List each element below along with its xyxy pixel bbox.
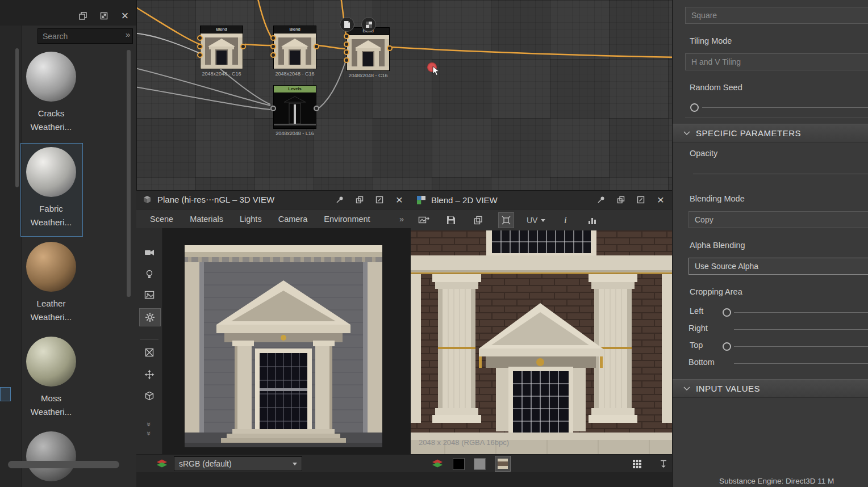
library-item-fabric[interactable]: Fabric Weatheri...: [22, 147, 81, 229]
material-sphere-thumbnail[interactable]: [26, 52, 76, 102]
search-options-chevron-icon[interactable]: »: [126, 30, 130, 39]
output-port[interactable]: [240, 44, 246, 49]
menu-environment[interactable]: Environment: [324, 215, 370, 224]
translate-gizmo-icon[interactable]: [139, 366, 160, 383]
transform-view-icon[interactable]: [498, 212, 514, 228]
dock-window-icon[interactable]: [77, 10, 89, 22]
menu-scene[interactable]: Scene: [150, 215, 173, 224]
output-port[interactable]: [314, 106, 319, 111]
blending-mode-dropdown[interactable]: Copy: [688, 211, 868, 228]
input-port[interactable]: [344, 41, 349, 47]
2d-viewport[interactable]: 2048 x 2048 (RGBA 16bpc): [411, 230, 672, 455]
checkerboard-badge-icon[interactable]: [361, 17, 376, 32]
alpha-blending-label: Alpha Blending: [690, 241, 745, 250]
material-sphere-thumbnail[interactable]: [26, 431, 76, 481]
color-channels-icon[interactable]: [431, 459, 444, 469]
graph-node-blend-1[interactable]: Blend 2048x2048 - C16: [200, 26, 243, 77]
save-icon[interactable]: [444, 213, 458, 228]
section-specific-parameters[interactable]: SPECIFIC PARAMETERS: [673, 124, 868, 142]
export-image-icon[interactable]: [416, 213, 431, 228]
graph-node-levels[interactable]: Levels 2048x2048 - L16: [273, 85, 316, 136]
cube-gizmo-icon[interactable]: [139, 388, 160, 405]
input-port[interactable]: [344, 49, 349, 55]
environment-image-icon[interactable]: [139, 287, 160, 304]
input-port[interactable]: [197, 35, 203, 41]
tiling-mode-field[interactable]: H and V Tiling: [685, 53, 868, 70]
light-bulb-icon[interactable]: [139, 266, 160, 283]
library-item-partial[interactable]: [22, 431, 81, 481]
opacity-slider-track[interactable]: [693, 174, 868, 174]
menu-overflow-chevron-icon[interactable]: »: [399, 215, 404, 224]
color-channels-icon[interactable]: [156, 459, 168, 469]
uv-display-icon[interactable]: [139, 344, 160, 361]
crop-right-slider-track[interactable]: [734, 329, 868, 330]
close-icon[interactable]: ×: [655, 194, 666, 205]
library-horizontal-scrollbar[interactable]: [8, 461, 119, 468]
3d-view-menubar: Scene Materials Lights Camera Environmen…: [136, 209, 411, 229]
material-sphere-thumbnail[interactable]: [26, 337, 76, 387]
input-port[interactable]: [197, 44, 203, 49]
crop-bottom-label: Bottom: [688, 358, 715, 367]
copy-icon[interactable]: [471, 213, 486, 228]
document-badge-icon[interactable]: [340, 17, 354, 32]
input-port[interactable]: [344, 33, 349, 39]
material-sphere-thumbnail[interactable]: [26, 242, 76, 292]
tree-scrollbar[interactable]: [15, 48, 19, 187]
menu-materials[interactable]: Materials: [190, 215, 223, 224]
library-item-moss[interactable]: Moss Weatheri...: [22, 337, 81, 419]
info-icon[interactable]: i: [558, 213, 573, 228]
output-shape-field[interactable]: Square: [685, 7, 868, 24]
output-port[interactable]: [387, 45, 393, 51]
close-icon[interactable]: ×: [394, 194, 405, 205]
display-settings-gear-icon[interactable]: [139, 308, 161, 326]
graph-node-blend-3[interactable]: Blend 2048x2048 - C16: [347, 27, 390, 78]
maximize-window-icon[interactable]: [98, 10, 110, 22]
2d-view-titlebar[interactable]: Blend – 2D VIEW ×: [411, 191, 672, 209]
input-port[interactable]: [270, 106, 276, 111]
maximize-icon[interactable]: [635, 194, 646, 205]
material-sphere-thumbnail[interactable]: [26, 147, 76, 197]
library-item-leather[interactable]: Leather Weatheri...: [22, 242, 81, 324]
3d-view-titlebar[interactable]: Plane (hi-res⋯nGL – 3D VIEW ×: [136, 191, 411, 209]
library-item-cracks[interactable]: Cracks Weatheri...: [22, 52, 81, 134]
checker-background-swatch[interactable]: [474, 458, 486, 470]
uv-mode-dropdown[interactable]: UV: [527, 216, 545, 225]
toolbar-expand-chevron-icon[interactable]: »: [139, 425, 160, 442]
crop-top-slider-track[interactable]: [734, 346, 868, 347]
crop-top-slider-knob[interactable]: [723, 342, 731, 351]
menu-lights[interactable]: Lights: [240, 215, 262, 224]
camera-icon[interactable]: [139, 244, 160, 261]
alpha-blending-dropdown[interactable]: Use Source Alpha: [688, 258, 868, 275]
search-input[interactable]: [37, 28, 133, 44]
texture-preview-toggle[interactable]: [495, 456, 511, 472]
random-seed-slider-knob[interactable]: [690, 103, 699, 112]
tiling-grid-icon[interactable]: [630, 456, 645, 471]
pin-icon[interactable]: [334, 194, 345, 205]
library-scrollbar[interactable]: [127, 50, 131, 297]
float-panel-icon[interactable]: [615, 194, 627, 205]
background-color-swatch[interactable]: [453, 458, 465, 470]
colorspace-dropdown[interactable]: sRGB (default): [174, 456, 302, 471]
input-port[interactable]: [197, 52, 203, 58]
pin-icon[interactable]: [595, 194, 607, 205]
3d-viewport[interactable]: » »: [136, 228, 411, 455]
input-port[interactable]: [270, 35, 276, 41]
crop-bottom-slider-track[interactable]: [734, 363, 868, 364]
section-input-values[interactable]: INPUT VALUES: [673, 379, 868, 398]
graph-node-blend-2[interactable]: Blend 2048x2048 - C16: [273, 26, 316, 77]
output-port[interactable]: [314, 44, 319, 49]
close-icon[interactable]: ×: [119, 10, 131, 22]
menu-camera[interactable]: Camera: [278, 215, 308, 224]
crop-left-slider-knob[interactable]: [723, 308, 731, 317]
float-panel-icon[interactable]: [354, 194, 365, 205]
histogram-icon[interactable]: [585, 213, 600, 228]
crop-left-slider-track[interactable]: [734, 312, 868, 313]
input-port[interactable]: [270, 44, 276, 49]
anchor-icon[interactable]: [656, 456, 671, 471]
random-seed-slider-track[interactable]: [702, 107, 868, 108]
input-port[interactable]: [270, 52, 276, 58]
material-label: Moss Weatheri...: [22, 392, 81, 419]
maximize-icon[interactable]: [374, 194, 385, 205]
node-graph-canvas[interactable]: Blend 2048x2048 - C16 Blend 2048x2048 - …: [136, 0, 672, 190]
input-port[interactable]: [344, 57, 349, 63]
